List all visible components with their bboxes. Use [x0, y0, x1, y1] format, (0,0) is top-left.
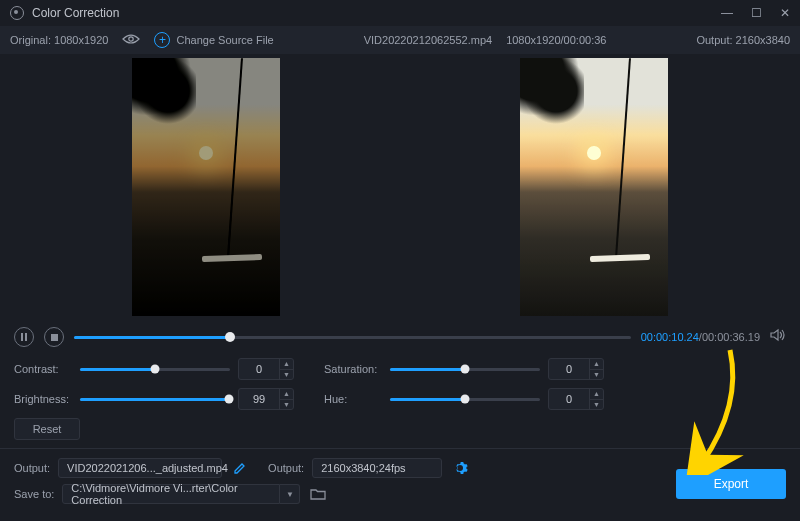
saveto-path-field[interactable]: C:\Vidmore\Vidmore Vi...rter\Color Corre…	[62, 484, 280, 504]
stop-button[interactable]	[44, 327, 64, 347]
contrast-control: Contrast: 0 ▲▼	[14, 358, 294, 380]
settings-icon[interactable]	[450, 458, 470, 478]
svg-rect-2	[25, 333, 27, 341]
svg-rect-1	[21, 333, 23, 341]
saturation-slider[interactable]	[390, 368, 540, 371]
source-bar: Original: 1080x1920 + Change Source File…	[0, 26, 800, 54]
contrast-label: Contrast:	[14, 363, 72, 375]
original-preview	[132, 58, 280, 316]
brightness-down-icon[interactable]: ▼	[280, 400, 293, 410]
saveto-dropdown-icon[interactable]: ▼	[280, 484, 300, 504]
contrast-up-icon[interactable]: ▲	[280, 359, 293, 370]
divider	[0, 448, 800, 449]
minimize-button[interactable]: —	[721, 6, 733, 20]
current-time: 00:00:10.24	[641, 331, 699, 343]
hue-stepper[interactable]: 0 ▲▼	[548, 388, 604, 410]
saturation-down-icon[interactable]: ▼	[590, 370, 603, 380]
duration-time: /00:00:36.19	[699, 331, 760, 343]
brightness-up-icon[interactable]: ▲	[280, 389, 293, 400]
hue-slider[interactable]	[390, 398, 540, 401]
preview-area	[0, 54, 800, 322]
saturation-up-icon[interactable]: ▲	[590, 359, 603, 370]
app-logo-icon	[10, 6, 24, 20]
brightness-stepper[interactable]: 99 ▲▼	[238, 388, 294, 410]
change-source-label: Change Source File	[176, 34, 273, 46]
output-resolution-label: Output: 2160x3840	[696, 34, 790, 46]
contrast-value: 0	[239, 363, 279, 375]
hue-label: Hue:	[324, 393, 382, 405]
saturation-stepper[interactable]: 0 ▲▼	[548, 358, 604, 380]
hue-value: 0	[549, 393, 589, 405]
saturation-label: Saturation:	[324, 363, 382, 375]
close-button[interactable]: ✕	[780, 6, 790, 20]
change-source-button[interactable]: + Change Source File	[154, 32, 273, 48]
svg-rect-3	[51, 334, 58, 341]
pause-button[interactable]	[14, 327, 34, 347]
timecode: 00:00:10.24/00:00:36.19	[641, 331, 760, 343]
contrast-stepper[interactable]: 0 ▲▼	[238, 358, 294, 380]
playback-bar: 00:00:10.24/00:00:36.19	[0, 322, 800, 352]
hue-control: Hue: 0 ▲▼	[324, 388, 604, 410]
svg-point-0	[129, 37, 133, 41]
maximize-button[interactable]: ☐	[751, 6, 762, 20]
saturation-control: Saturation: 0 ▲▼	[324, 358, 604, 380]
edit-filename-icon[interactable]	[230, 458, 250, 478]
title-bar: Color Correction — ☐ ✕	[0, 0, 800, 26]
source-filename: VID20220212062552.mp4	[364, 34, 492, 46]
output-label-2: Output:	[268, 462, 304, 474]
adjusted-preview	[520, 58, 668, 316]
plus-icon: +	[154, 32, 170, 48]
brightness-control: Brightness: 99 ▲▼	[14, 388, 294, 410]
open-folder-icon[interactable]	[308, 484, 328, 504]
original-resolution-label: Original: 1080x1920	[10, 34, 108, 46]
contrast-down-icon[interactable]: ▼	[280, 370, 293, 380]
timeline-slider[interactable]	[74, 336, 631, 339]
brightness-label: Brightness:	[14, 393, 72, 405]
contrast-slider[interactable]	[80, 368, 230, 371]
brightness-slider[interactable]	[80, 398, 230, 401]
preview-toggle-icon[interactable]	[122, 33, 140, 47]
volume-icon[interactable]	[770, 328, 786, 346]
source-fileinfo: 1080x1920/00:00:36	[506, 34, 606, 46]
saveto-label: Save to:	[14, 488, 54, 500]
output-format-field[interactable]: 2160x3840;24fps	[312, 458, 442, 478]
reset-button[interactable]: Reset	[14, 418, 80, 440]
export-button[interactable]: Export	[676, 469, 786, 499]
hue-up-icon[interactable]: ▲	[590, 389, 603, 400]
output-filename-field[interactable]: VID2022021206..._adjusted.mp4	[58, 458, 222, 478]
output-label-1: Output:	[14, 462, 50, 474]
brightness-value: 99	[239, 393, 279, 405]
window-title: Color Correction	[32, 6, 119, 20]
saturation-value: 0	[549, 363, 589, 375]
hue-down-icon[interactable]: ▼	[590, 400, 603, 410]
